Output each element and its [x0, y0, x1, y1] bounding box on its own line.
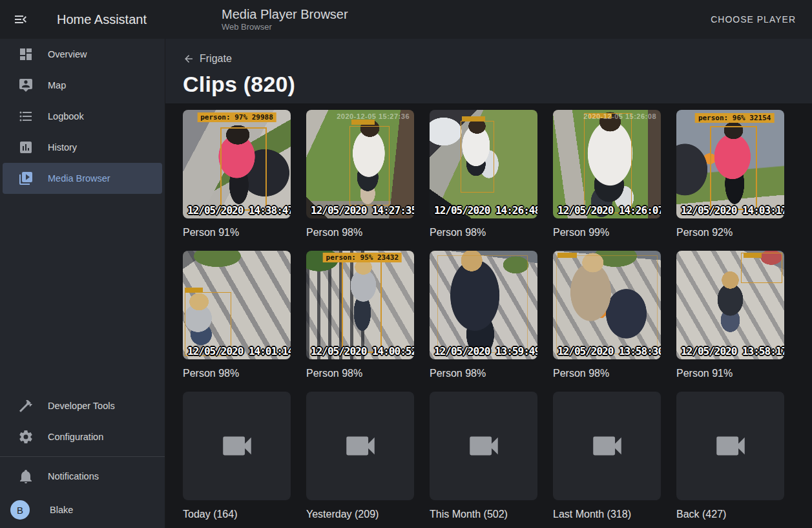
sidebar-item-label: Developer Tools [48, 401, 115, 411]
clip-timestamp: 12/05/2020 14:26:07 [557, 204, 661, 216]
sidebar-item-label: Map [48, 80, 66, 90]
detection-bbox [437, 255, 528, 353]
clip-item[interactable]: 12/05/2020 13:58:17 Person 91% [676, 251, 784, 379]
choose-player-button[interactable]: CHOOSE PLAYER [705, 9, 801, 30]
sidebar-item-logbook[interactable]: Logbook [3, 101, 162, 132]
video-camera-icon [342, 427, 379, 465]
detection-label-small [744, 253, 762, 258]
clip-timestamp: 12/05/2020 14:38:47 [187, 204, 291, 216]
arrow-left-icon [183, 53, 194, 65]
chart-box-icon [18, 140, 34, 155]
main-content: Frigate Clips (820) person: 97% 29988 12… [165, 39, 812, 528]
folder-caption: Today (164) [183, 508, 291, 520]
view-title-group: Media Player Browser Web Browser [222, 6, 348, 32]
topbar-left: Home Assistant [0, 12, 165, 27]
map-account-icon [18, 78, 34, 93]
sidebar-item-developer-tools[interactable]: Developer Tools [3, 390, 162, 421]
folder-caption: This Month (502) [430, 508, 537, 520]
clip-item[interactable]: 12/05/2020 13:59:49 Person 98% [430, 251, 537, 379]
clip-timestamp: 12/05/2020 13:58:30 [557, 345, 661, 357]
clip-item[interactable]: 12/05/2020 14:01:14 Person 98% [183, 251, 291, 379]
folder-item-back[interactable]: Back (427) [676, 392, 784, 520]
bell-icon [18, 469, 34, 484]
sidebar-item-profile[interactable]: B Blake [0, 492, 165, 528]
sidebar-divider [0, 456, 165, 457]
detection-label: person: 95% 23432 [323, 253, 402, 262]
clip-thumbnail: person: 97% 29988 12/05/2020 14:38:47 [183, 110, 291, 218]
list-bulleted-icon [18, 109, 34, 124]
detection-bbox [584, 113, 631, 213]
clip-thumbnail: 12/05/2020 14:01:14 [183, 251, 291, 359]
detection-bbox [342, 260, 382, 353]
clip-thumbnail: person: 95% 23432 12/05/2020 14:00:52 [306, 251, 414, 359]
sidebar-item-label: Overview [48, 49, 87, 59]
sidebar-item-configuration[interactable]: Configuration [3, 421, 162, 452]
sidebar-item-media-browser[interactable]: Media Browser [3, 163, 162, 194]
clip-thumbnail: 2020-12-05 15:27:36 12/05/2020 14:27:35 [306, 110, 414, 218]
sidebar-item-label: Logbook [48, 111, 84, 121]
clip-caption: Person 98% [306, 367, 414, 379]
video-camera-icon [712, 427, 749, 465]
clip-item[interactable]: person: 97% 29988 12/05/2020 14:38:47 Pe… [183, 110, 291, 238]
sidebar-toggle-button[interactable] [13, 12, 28, 27]
clip-caption: Person 92% [676, 226, 784, 238]
page-title: Media Player Browser [222, 6, 348, 22]
clip-caption: Person 98% [430, 367, 537, 379]
detection-bbox [349, 126, 390, 206]
clip-item[interactable]: 12/05/2020 14:26:48 Person 98% [430, 110, 537, 238]
folder-item-yesterday[interactable]: Yesterday (209) [306, 392, 414, 520]
clip-thumbnail: 12/05/2020 13:59:49 [430, 251, 537, 359]
folder-thumbnail [430, 392, 537, 500]
detection-bbox [710, 126, 757, 209]
section-title: Clips (820) [183, 72, 812, 97]
folder-item-this-month[interactable]: This Month (502) [430, 392, 537, 520]
clip-item[interactable]: 2020-12-05 15:27:36 12/05/2020 14:27:35 … [306, 110, 414, 238]
app-header: Home Assistant Media Player Browser Web … [0, 0, 812, 39]
detection-bbox [461, 121, 494, 193]
video-camera-icon [218, 427, 256, 465]
video-camera-icon [465, 427, 503, 465]
clip-caption: Person 91% [676, 367, 784, 379]
clip-timestamp: 12/05/2020 14:01:14 [187, 345, 291, 357]
clip-timestamp: 12/05/2020 13:58:17 [681, 345, 784, 357]
sidebar-item-overview[interactable]: Overview [3, 39, 162, 70]
detection-label: person: 96% 32154 [695, 113, 775, 123]
sidebar-item-map[interactable]: Map [3, 70, 162, 101]
folder-caption: Back (427) [676, 508, 784, 520]
folder-thumbnail [183, 392, 291, 500]
clip-caption: Person 98% [430, 226, 537, 238]
clip-item[interactable]: 12/05/2020 13:58:30 Person 98% [553, 251, 661, 379]
detection-bbox [220, 127, 267, 211]
clip-timestamp: 12/05/2020 13:59:49 [434, 345, 537, 357]
folder-caption: Yesterday (209) [306, 508, 414, 520]
camera-osd-timestamp: 2020-12-05 15:27:36 [337, 112, 410, 120]
sidebar-item-notifications[interactable]: Notifications [3, 461, 162, 492]
folder-item-today[interactable]: Today (164) [183, 392, 291, 520]
sidebar-item-label: Configuration [48, 432, 103, 442]
folder-item-last-month[interactable]: Last Month (318) [553, 392, 661, 520]
clip-item[interactable]: person: 95% 23432 12/05/2020 14:00:52 Pe… [306, 251, 414, 379]
media-grid: person: 97% 29988 12/05/2020 14:38:47 Pe… [165, 103, 812, 528]
folder-thumbnail [553, 392, 661, 500]
app-title: Home Assistant [57, 12, 147, 27]
media-grid-area: person: 97% 29988 12/05/2020 14:38:47 Pe… [165, 103, 812, 528]
breadcrumb[interactable]: Frigate [183, 53, 232, 65]
detection-label-small [557, 253, 577, 258]
clip-item[interactable]: 2020-12-05 15:26:08 12/05/2020 14:26:07 … [553, 110, 661, 238]
avatar: B [10, 500, 30, 520]
detection-label-small [462, 116, 485, 121]
clip-caption: Person 98% [553, 367, 661, 379]
sidebar-item-label: Media Browser [48, 173, 110, 184]
clip-item[interactable]: person: 96% 32154 12/05/2020 14:03:17 Pe… [676, 110, 784, 238]
clip-timestamp: 12/05/2020 14:03:17 [681, 204, 784, 216]
clip-thumbnail: 12/05/2020 13:58:30 [553, 251, 661, 359]
sidebar: Overview Map Logbook History Media Brows… [0, 39, 165, 528]
clip-timestamp: 12/05/2020 14:00:52 [311, 345, 414, 357]
detection-label-small [185, 288, 203, 293]
media-browser-header: Frigate Clips (820) [165, 39, 812, 103]
clip-caption: Person 98% [183, 367, 291, 379]
clip-caption: Person 98% [306, 226, 414, 238]
video-camera-icon [588, 427, 626, 465]
folder-thumbnail [306, 392, 414, 500]
sidebar-item-history[interactable]: History [3, 132, 162, 163]
